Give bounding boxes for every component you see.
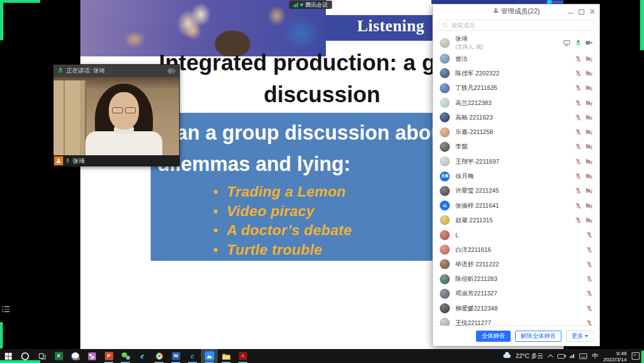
panel-title: 管理成员(22) — [501, 7, 540, 16]
mic-muted-icon[interactable] — [574, 128, 581, 136]
taskbar-powerpoint-app[interactable]: P — [100, 349, 117, 363]
mic-muted-icon[interactable] — [574, 158, 581, 165]
camera-off-icon[interactable] — [585, 114, 593, 121]
member-row[interactable]: 陈佳军 2202322 — [433, 66, 599, 80]
member-status-icons — [585, 275, 593, 283]
member-avatar — [440, 230, 450, 240]
member-row[interactable]: 高兰2212383 — [433, 95, 599, 110]
member-name: 丁轶凡2211635 — [455, 84, 497, 92]
camera-off-icon[interactable] — [585, 217, 593, 223]
mic-muted-icon[interactable] — [585, 305, 593, 312]
network-icon[interactable] — [570, 354, 574, 358]
camera-off-icon[interactable] — [585, 188, 593, 194]
slider-knob[interactable] — [547, 0, 552, 4]
touch-keyboard-icon[interactable] — [579, 354, 587, 359]
mic-muted-icon[interactable] — [574, 99, 581, 107]
member-row[interactable]: 王翔宇-2211697 — [433, 154, 599, 169]
meeting-status-badge[interactable]: 腾讯会议 — [289, 1, 332, 9]
meeting-logo-icon[interactable] — [168, 69, 175, 73]
camera-off-icon[interactable] — [585, 85, 593, 91]
member-row[interactable]: 毕语舒 2211222 — [433, 257, 599, 271]
webcam-titlebar[interactable]: 正在讲话: 张琦 — [54, 65, 179, 77]
member-row[interactable]: 41 张撷梓 2211641 — [433, 198, 599, 213]
member-row[interactable]: 许翠莹 2211245 — [433, 184, 599, 198]
battery-icon[interactable] — [558, 354, 565, 359]
mic-on-icon[interactable] — [574, 39, 581, 46]
top-slider[interactable] — [431, 0, 564, 4]
mic-muted-icon[interactable] — [574, 202, 581, 209]
member-status-icons — [574, 187, 593, 194]
mic-muted-icon[interactable] — [574, 84, 581, 92]
mic-muted-icon[interactable] — [574, 187, 581, 194]
mic-muted-icon[interactable] — [574, 143, 581, 150]
webcam-overlay[interactable]: 正在讲话: 张琦 张琦 — [53, 64, 180, 166]
taskbar-ie2-app[interactable]: e — [184, 349, 201, 363]
member-row[interactable]: 李懿 — [433, 140, 599, 154]
member-name: 邓淑芳2211327 — [455, 289, 497, 298]
clock[interactable]: 9:48 2022/3/14 — [603, 350, 627, 362]
member-row[interactable]: 高杨 2211623 — [433, 110, 599, 125]
ime-indicator[interactable]: 中 — [592, 352, 598, 360]
member-row[interactable]: 月梅 徐月梅 — [433, 169, 599, 183]
signal-bars-icon — [294, 3, 298, 7]
mic-muted-icon[interactable] — [585, 319, 593, 326]
member-search[interactable] — [439, 20, 594, 31]
member-row[interactable]: 张琦 (主持人, 我) — [433, 34, 599, 51]
close-icon[interactable] — [590, 8, 595, 16]
taskbar-ie-app[interactable]: e — [134, 349, 151, 363]
mic-muted-icon[interactable] — [585, 246, 593, 254]
screen-share-icon[interactable] — [563, 40, 570, 46]
camera-off-icon[interactable] — [585, 159, 593, 165]
camera-off-icon[interactable] — [585, 100, 593, 106]
camera-on-icon[interactable] — [585, 40, 593, 46]
taskbar-wechat-app[interactable] — [117, 349, 134, 363]
taskbar-word-app[interactable]: W — [167, 349, 184, 363]
mic-muted-icon[interactable] — [585, 231, 593, 238]
taskbar-acrobat-app[interactable]: A — [234, 349, 251, 363]
mic-muted-icon[interactable] — [574, 70, 581, 77]
member-row[interactable]: 曾洁 — [433, 51, 599, 66]
action-center-icon[interactable] — [632, 352, 640, 360]
mic-muted-icon[interactable] — [574, 55, 581, 63]
mic-muted-icon[interactable] — [585, 261, 593, 268]
member-row[interactable]: 王悦2211277 — [433, 316, 599, 326]
mic-muted-icon[interactable] — [574, 217, 581, 224]
chat-list-icon[interactable] — [2, 306, 9, 312]
mic-muted-icon[interactable] — [585, 290, 593, 297]
member-avatar — [440, 112, 450, 122]
taskbar-file-explorer-app[interactable] — [218, 349, 234, 363]
system-tray: 22°C 多云 中 9:48 2022/3/14 — [499, 349, 644, 363]
camera-off-icon[interactable] — [585, 129, 593, 135]
member-search-input[interactable] — [450, 21, 590, 29]
member-row[interactable]: 邓淑芳2211327 — [433, 286, 599, 301]
camera-off-icon[interactable] — [585, 70, 593, 77]
camera-off-icon[interactable] — [585, 144, 593, 150]
member-row[interactable]: 乐嘉-2211258 — [433, 125, 599, 139]
more-button[interactable]: 更多 — [566, 331, 594, 342]
weather-label[interactable]: 22°C 多云 — [516, 352, 544, 360]
desktop-edge-accent — [0, 360, 40, 363]
taskbar-excel-app[interactable]: X — [50, 349, 67, 363]
minimize-icon[interactable] — [568, 13, 573, 14]
member-row[interactable]: 白洋2211616 — [433, 242, 599, 257]
member-row[interactable]: 赵葳 2211315 — [433, 213, 599, 227]
maximize-icon[interactable] — [579, 9, 584, 15]
taskbar-photos-app[interactable] — [84, 349, 100, 363]
member-row[interactable]: 陈佰昕2211283 — [433, 271, 599, 286]
unmute-all-button[interactable]: 解除全体静音 — [515, 331, 561, 342]
mic-muted-icon[interactable] — [585, 275, 593, 283]
mute-all-button[interactable]: 全体静音 — [476, 331, 511, 342]
mic-muted-icon[interactable] — [574, 173, 581, 180]
camera-off-icon[interactable] — [585, 56, 593, 62]
taskbar-tencent-meeting-app[interactable] — [201, 349, 218, 363]
member-row[interactable]: 丁轶凡2211635 — [433, 81, 599, 95]
camera-off-icon[interactable] — [585, 203, 593, 209]
member-row[interactable]: 柳爱媛2212348 — [433, 301, 599, 316]
taskbar-qq-app[interactable] — [67, 349, 84, 363]
tray-expand-icon[interactable] — [547, 354, 553, 360]
camera-off-icon[interactable] — [585, 173, 593, 179]
mic-muted-icon[interactable] — [574, 114, 581, 121]
taskbar-chrome-app[interactable] — [151, 349, 167, 363]
slide-bullet: Video piracy — [210, 202, 352, 221]
member-row[interactable]: L — [433, 228, 599, 242]
